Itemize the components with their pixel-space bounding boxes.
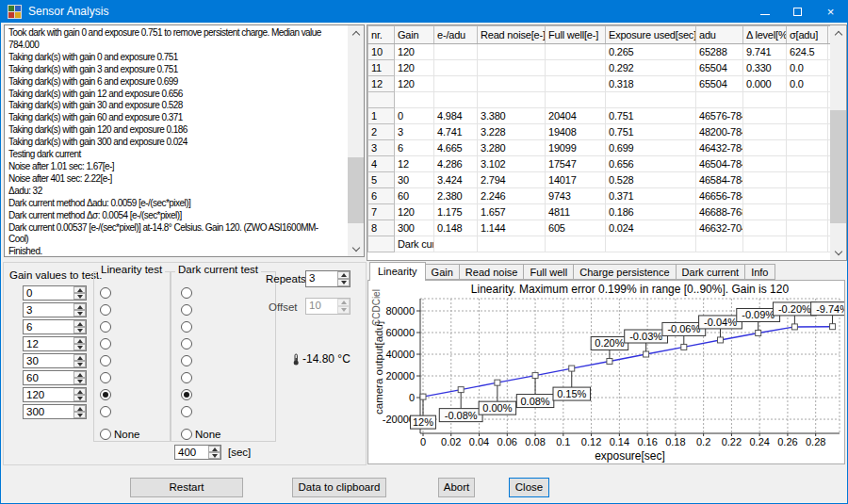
- table-cell[interactable]: 3: [368, 140, 395, 156]
- table-cell[interactable]: 0: [395, 108, 434, 124]
- dark-radio-120[interactable]: [181, 389, 192, 400]
- table-cell[interactable]: 7: [368, 204, 395, 220]
- table-cell[interactable]: 30: [395, 172, 434, 188]
- gain-input-60[interactable]: 60: [23, 370, 87, 385]
- table-cell[interactable]: 2: [368, 124, 395, 140]
- table-cell[interactable]: 0.751: [606, 124, 696, 140]
- table-cell[interactable]: 3.380: [478, 108, 546, 124]
- abort-button[interactable]: Abort: [438, 478, 475, 497]
- table-row[interactable]: 6602.3802.24697430.37146656-784: [368, 188, 831, 204]
- table-cell[interactable]: 12: [368, 76, 395, 92]
- gain-up-icon[interactable]: [73, 371, 86, 378]
- dark-exposure-stepper[interactable]: 400: [174, 445, 221, 460]
- linearity-radio-300[interactable]: [100, 406, 111, 417]
- table-cell[interactable]: [787, 188, 828, 204]
- table-cell[interactable]: 0.0: [787, 76, 828, 92]
- table-cell[interactable]: 0.751: [606, 108, 696, 124]
- close-dialog-button[interactable]: Close: [509, 478, 549, 497]
- table-cell[interactable]: [434, 92, 478, 108]
- dark-exposure-up-icon[interactable]: [208, 446, 220, 452]
- table-cell[interactable]: [546, 76, 606, 92]
- table-cell[interactable]: 4.741: [434, 124, 478, 140]
- table-cell[interactable]: [478, 44, 546, 60]
- table-cell[interactable]: [546, 236, 606, 252]
- table-cell[interactable]: [787, 108, 828, 124]
- table-row[interactable]: 121200.318655040.0000.0: [368, 76, 831, 92]
- table-cell[interactable]: [787, 140, 828, 156]
- dark-exposure-down-icon[interactable]: [208, 452, 220, 459]
- table-cell[interactable]: 120: [395, 204, 434, 220]
- table-cell[interactable]: 2.794: [478, 172, 546, 188]
- tab-linearity[interactable]: Linearity: [369, 262, 426, 281]
- log-scrollbar-thumb[interactable]: [348, 157, 364, 223]
- table-cell[interactable]: 0.148: [434, 220, 478, 236]
- table-row[interactable]: 83000.1481.1446050.02446632-704: [368, 220, 831, 236]
- gain-down-icon[interactable]: [73, 310, 86, 317]
- table-cell[interactable]: [743, 124, 787, 140]
- table-cell[interactable]: 48200-784: [696, 124, 743, 140]
- tab-full-well[interactable]: Full well: [524, 264, 574, 280]
- table-cell[interactable]: 10: [368, 44, 395, 60]
- table-row[interactable]: 364.6653.280190990.69946432-784: [368, 140, 831, 156]
- table-cell[interactable]: 65288: [696, 44, 743, 60]
- tab-info[interactable]: Info: [745, 264, 775, 280]
- table-cell[interactable]: 0.528: [606, 172, 696, 188]
- table-cell[interactable]: 4.984: [434, 108, 478, 124]
- table-scrollbar[interactable]: [830, 25, 846, 260]
- log-scrollbar[interactable]: [348, 25, 364, 256]
- table-row[interactable]: [368, 92, 831, 108]
- table-cell[interactable]: 46432-784: [696, 140, 743, 156]
- table-cell[interactable]: [434, 236, 478, 252]
- table-cell[interactable]: [478, 92, 546, 108]
- dark-radio-3[interactable]: [181, 304, 192, 316]
- table-cell[interactable]: [434, 60, 478, 76]
- table-cell[interactable]: [696, 236, 743, 252]
- table-cell[interactable]: [478, 76, 546, 92]
- table-row[interactable]: Dark cur: [368, 236, 831, 252]
- table-cell[interactable]: 14017: [546, 172, 606, 188]
- table-cell[interactable]: [743, 92, 787, 108]
- log-output[interactable]: Took dark with gain 0 and exposure 0.751…: [4, 24, 365, 257]
- table-cell[interactable]: 0.024: [606, 220, 696, 236]
- table-cell[interactable]: 6: [368, 188, 395, 204]
- table-cell[interactable]: 120: [395, 76, 434, 92]
- table-cell[interactable]: 9.741: [743, 44, 787, 60]
- table-cell[interactable]: [743, 220, 787, 236]
- table-cell[interactable]: [743, 172, 787, 188]
- table-cell[interactable]: 120: [395, 60, 434, 76]
- gain-input-3[interactable]: 3: [23, 302, 87, 317]
- linearity-radio-30[interactable]: [100, 355, 111, 366]
- table-row[interactable]: 111200.292655040.3300.0: [368, 60, 831, 76]
- table-cell[interactable]: [606, 92, 696, 108]
- table-cell[interactable]: 0.656: [606, 156, 696, 172]
- table-cell[interactable]: 46504-784: [696, 156, 743, 172]
- gain-down-icon[interactable]: [73, 344, 86, 350]
- table-scroll-up-icon[interactable]: [830, 25, 846, 41]
- table-cell[interactable]: [743, 188, 787, 204]
- table-cell[interactable]: 3: [395, 124, 434, 140]
- table-cell[interactable]: 8: [368, 220, 395, 236]
- table-cell[interactable]: [395, 92, 434, 108]
- table-cell[interactable]: 5: [368, 172, 395, 188]
- dark-radio-60[interactable]: [181, 372, 192, 383]
- table-cell[interactable]: 19408: [546, 124, 606, 140]
- gain-input-6[interactable]: 6: [23, 319, 87, 334]
- table-cell[interactable]: 60: [395, 188, 434, 204]
- table-cell[interactable]: 3.228: [478, 124, 546, 140]
- gain-up-icon[interactable]: [73, 354, 86, 361]
- gain-up-icon[interactable]: [73, 303, 86, 310]
- table-cell[interactable]: 46576-784: [696, 108, 743, 124]
- table-cell[interactable]: [743, 236, 787, 252]
- table-cell[interactable]: 2.246: [478, 188, 546, 204]
- table-cell[interactable]: [787, 124, 828, 140]
- table-cell[interactable]: 12: [395, 156, 434, 172]
- table-cell[interactable]: 0.0: [787, 60, 828, 76]
- linearity-radio-none[interactable]: [100, 429, 111, 440]
- linearity-radio-60[interactable]: [100, 372, 111, 383]
- gain-down-icon[interactable]: [73, 361, 86, 367]
- table-cell[interactable]: [546, 44, 606, 60]
- dark-radio-none[interactable]: [181, 429, 192, 440]
- table-cell[interactable]: 3.280: [478, 140, 546, 156]
- minimize-button[interactable]: [748, 1, 781, 23]
- linearity-radio-12[interactable]: [100, 338, 111, 350]
